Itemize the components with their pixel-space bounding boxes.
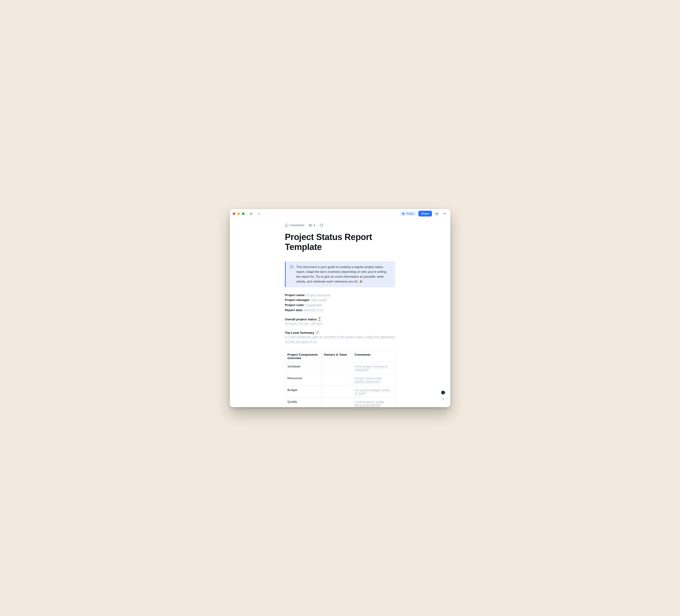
help-button[interactable]: ?: [442, 398, 444, 402]
refresh-button[interactable]: [319, 223, 323, 227]
row-comment[interactable]: Is the project running on schedule?: [352, 362, 395, 374]
field-project-name: Project name: Project awesome: [285, 293, 395, 298]
section-heading-summary: Top Level Summary 📝: [285, 331, 395, 334]
table-row: Budget Are you on budget, under, or over…: [285, 386, 395, 398]
row-label[interactable]: Budget: [285, 386, 321, 398]
section-body-status: On-track / At-risk / Off-track: [285, 321, 395, 326]
col-header-comments: Comments: [352, 351, 395, 362]
svg-point-9: [310, 225, 311, 226]
row-comment[interactable]: Are you low or have excess resources?: [352, 374, 395, 386]
info-callout: This document is your guide to creating …: [285, 261, 395, 287]
visibility-badge[interactable]: Public: [399, 211, 417, 216]
col-header-owners: Owners & Team: [321, 351, 352, 362]
app-window: Public Share Comments 4: [230, 209, 450, 407]
comment-icon: [285, 223, 289, 227]
field-label: Project code:: [285, 303, 305, 307]
field-value[interactable]: Project awesome: [306, 293, 331, 297]
field-label: Project name:: [285, 293, 306, 297]
comments-button[interactable]: Comments: [285, 223, 305, 227]
row-owners[interactable]: [321, 362, 352, 374]
table-row: Resources Are you low or have excess res…: [285, 374, 395, 386]
comment-placeholder[interactable]: Are you low or have excess resources?: [355, 376, 382, 384]
nav-back-button[interactable]: [256, 211, 262, 217]
row-label[interactable]: Quality: [285, 398, 321, 407]
comment-placeholder[interactable]: Are you on budget, under, or over?: [355, 388, 390, 395]
row-comment[interactable]: Is the project's quality being jeopardiz…: [352, 398, 395, 407]
field-label: Project manager:: [285, 298, 310, 302]
field-report-date: Report date: MM/DD/YYYY: [285, 308, 395, 313]
components-table: Project Components Overview Owners & Tea…: [285, 351, 395, 407]
field-project-code: Project code: If applicable: [285, 303, 395, 308]
field-value[interactable]: John Smith: [311, 298, 327, 302]
close-window-button[interactable]: [233, 212, 235, 215]
table-row: Schedule Is the project running on sched…: [285, 362, 395, 374]
visibility-label: Public: [406, 212, 414, 215]
summary-placeholder[interactable]: In a few sentences, give an overview of …: [285, 335, 395, 344]
document-content: Comments 4 Project Status Report Templat…: [285, 218, 395, 407]
callout-text: This document is your guide to creating …: [296, 265, 391, 284]
field-project-manager: Project manager: John Smith: [285, 298, 395, 303]
doc-meta-bar: Comments 4: [285, 223, 395, 227]
section-body-summary: In a few sentences, give an overview of …: [285, 335, 395, 344]
minimize-window-button[interactable]: [237, 212, 240, 215]
col-header-components: Project Components Overview: [285, 351, 321, 362]
document-viewport: Comments 4 Project Status Report Templat…: [230, 218, 450, 407]
table-header-row: Project Components Overview Owners & Tea…: [285, 351, 395, 362]
svg-point-6: [443, 213, 444, 214]
share-button[interactable]: Share: [418, 211, 432, 217]
view-count-value: 4: [314, 223, 315, 227]
field-label: Report date:: [285, 308, 304, 312]
table-row: Quality Is the project's quality being j…: [285, 398, 395, 407]
row-owners[interactable]: [321, 398, 352, 407]
window-toolbar: Public Share: [230, 209, 450, 218]
page-title: Project Status Report Template: [285, 232, 395, 252]
sidebar-toggle-icon[interactable]: [248, 211, 254, 217]
nav-forward-button[interactable]: [264, 211, 270, 217]
eye-icon: [309, 223, 312, 227]
comment-placeholder[interactable]: Is the project running on schedule?: [355, 365, 388, 372]
svg-point-8: [445, 213, 446, 214]
star-icon[interactable]: [434, 211, 440, 217]
view-count[interactable]: 4: [309, 223, 315, 227]
maximize-window-button[interactable]: [242, 212, 245, 215]
row-label[interactable]: Schedule: [285, 362, 321, 374]
svg-marker-5: [435, 212, 438, 215]
moon-icon[interactable]: 🌑: [441, 391, 445, 395]
svg-point-7: [444, 213, 445, 214]
window-controls: [233, 212, 245, 215]
row-comment[interactable]: Are you on budget, under, or over?: [352, 386, 395, 398]
field-value[interactable]: If applicable: [306, 303, 322, 307]
table-body: Schedule Is the project running on sched…: [285, 362, 395, 407]
row-label[interactable]: Resources: [285, 374, 321, 386]
section-heading-status: Overall project status ⏳: [285, 317, 395, 321]
info-icon: [290, 265, 293, 269]
floating-controls: 🌑 ?: [441, 391, 445, 402]
row-owners[interactable]: [321, 386, 352, 398]
field-value[interactable]: MM/DD/YYYY: [304, 308, 324, 312]
comments-label: Comments: [290, 223, 305, 227]
status-placeholder[interactable]: On-track / At-risk / Off-track: [285, 322, 322, 326]
refresh-icon: [319, 223, 323, 227]
row-owners[interactable]: [321, 374, 352, 386]
globe-icon: [402, 212, 405, 215]
more-options-icon[interactable]: [442, 211, 448, 217]
comment-placeholder[interactable]: Is the project's quality being jeopardiz…: [355, 400, 384, 407]
